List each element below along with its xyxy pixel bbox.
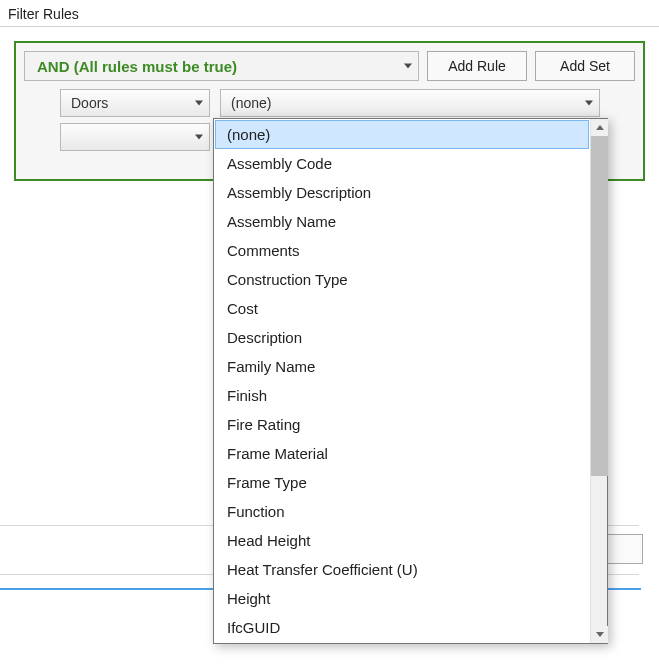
- dropdown-option[interactable]: Cost: [215, 294, 589, 323]
- group-header: AND (All rules must be true) Add Rule Ad…: [24, 51, 635, 81]
- add-set-button[interactable]: Add Set: [535, 51, 635, 81]
- dropdown-option[interactable]: Frame Material: [215, 439, 589, 468]
- rule-row: Doors (none): [24, 89, 635, 117]
- chevron-down-icon: [195, 101, 203, 106]
- scroll-thumb[interactable]: [591, 136, 608, 476]
- dropdown-option[interactable]: Comments: [215, 236, 589, 265]
- scroll-down-button[interactable]: [591, 626, 608, 643]
- logic-operator-select[interactable]: AND (All rules must be true): [24, 51, 419, 81]
- dropdown-option[interactable]: Head Height: [215, 526, 589, 555]
- dropdown-list[interactable]: (none)Assembly CodeAssembly DescriptionA…: [214, 119, 590, 643]
- add-rule-button[interactable]: Add Rule: [427, 51, 527, 81]
- dropdown-option[interactable]: Heat Transfer Coefficient (U): [215, 555, 589, 584]
- chevron-down-icon: [585, 101, 593, 106]
- category-select[interactable]: Doors: [60, 89, 210, 117]
- dropdown-option[interactable]: IfcGUID: [215, 613, 589, 642]
- dropdown-option[interactable]: Assembly Description: [215, 178, 589, 207]
- dropdown-option[interactable]: Family Name: [215, 352, 589, 381]
- dropdown-option[interactable]: Finish: [215, 381, 589, 410]
- section-title: Filter Rules: [0, 0, 659, 26]
- chevron-down-icon: [404, 64, 412, 69]
- dropdown-option[interactable]: Height: [215, 584, 589, 613]
- logic-operator-label: AND (All rules must be true): [37, 58, 237, 75]
- dropdown-option[interactable]: Description: [215, 323, 589, 352]
- property-select[interactable]: (none): [220, 89, 600, 117]
- dropdown-option[interactable]: Assembly Code: [215, 149, 589, 178]
- dropdown-option[interactable]: Assembly Name: [215, 207, 589, 236]
- property-dropdown-popup: (none)Assembly CodeAssembly DescriptionA…: [213, 118, 608, 644]
- dropdown-option[interactable]: Frame Type: [215, 468, 589, 497]
- chevron-down-icon: [195, 135, 203, 140]
- dropdown-option[interactable]: Construction Type: [215, 265, 589, 294]
- dropdown-option[interactable]: (none): [215, 120, 589, 149]
- property-value: (none): [231, 95, 271, 111]
- scrollbar[interactable]: [590, 119, 607, 643]
- dropdown-option[interactable]: Function: [215, 497, 589, 526]
- scroll-up-button[interactable]: [591, 119, 608, 136]
- dropdown-option[interactable]: Fire Rating: [215, 410, 589, 439]
- category-value: Doors: [71, 95, 108, 111]
- category-select[interactable]: [60, 123, 210, 151]
